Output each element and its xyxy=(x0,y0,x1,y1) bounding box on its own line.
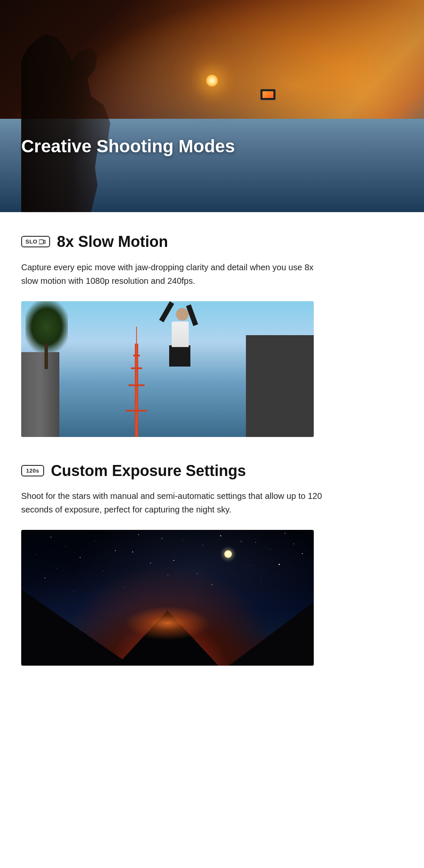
hero-title: Creative Shooting Modes xyxy=(21,136,235,157)
building-right xyxy=(246,335,314,437)
camera-prop xyxy=(260,89,276,100)
hero-person xyxy=(21,30,182,212)
exposure-badge: 120s xyxy=(21,465,44,476)
tower-crossbar-2 xyxy=(128,384,145,386)
slo-badge-text: SLO xyxy=(25,238,37,245)
feature-header-exposure: 120s Custom Exposure Settings xyxy=(21,462,403,479)
acrobat-head xyxy=(176,308,189,321)
feature-exposure: 120s Custom Exposure Settings Shoot for … xyxy=(21,462,403,666)
slow-motion-description: Capture every epic move with jaw-droppin… xyxy=(21,260,326,288)
tower-body xyxy=(135,344,138,437)
exposure-description: Shoot for the stars with manual and semi… xyxy=(21,489,326,516)
tower-crossbar-4 xyxy=(133,355,140,356)
tower-crossbar-3 xyxy=(131,367,142,369)
moon xyxy=(224,550,232,558)
video-camera-icon xyxy=(39,239,46,244)
exposure-title: Custom Exposure Settings xyxy=(51,462,246,479)
tree-trunk xyxy=(45,344,48,369)
feature-header-slow-motion: SLO 8x Slow Motion xyxy=(21,233,403,250)
slow-motion-title: 8x Slow Motion xyxy=(57,233,168,250)
camera-screen xyxy=(262,91,273,98)
acrobat-body xyxy=(172,322,189,347)
person-silhouette xyxy=(21,34,148,212)
tree-element xyxy=(25,301,68,369)
night-sky-img-bg xyxy=(21,530,314,666)
hero-section: Creative Shooting Modes xyxy=(0,0,424,212)
slow-motion-badge: SLO xyxy=(21,236,50,247)
tokyo-tower xyxy=(124,327,149,437)
content-section: SLO 8x Slow Motion Capture every epic mo… xyxy=(0,212,424,708)
acrobat-figure xyxy=(162,308,212,376)
night-sky-image xyxy=(21,530,314,666)
acrobat-leg1 xyxy=(159,301,174,322)
mountain-left xyxy=(21,589,131,666)
feature-slow-motion: SLO 8x Slow Motion Capture every epic mo… xyxy=(21,233,403,437)
exposure-badge-text: 120s xyxy=(26,468,39,474)
slow-motion-img-bg xyxy=(21,301,314,437)
svg-rect-0 xyxy=(39,240,43,244)
horizon-glow xyxy=(125,606,210,640)
slow-motion-image xyxy=(21,301,314,437)
tower-top xyxy=(136,327,137,344)
mountain-right xyxy=(229,602,314,666)
hero-sun xyxy=(206,75,218,87)
tower-crossbar-1 xyxy=(126,410,147,412)
acrobat-pants xyxy=(169,345,190,367)
